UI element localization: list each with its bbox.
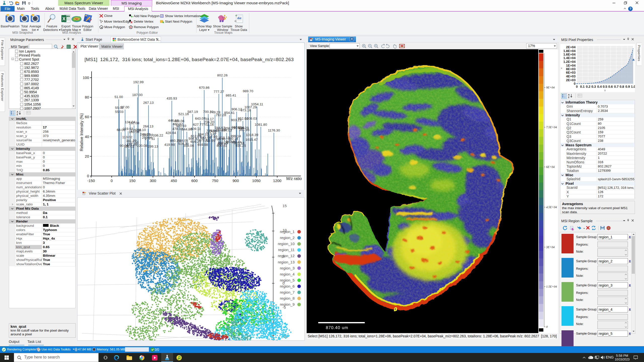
svg-text:961.96: 961.96 bbox=[239, 128, 249, 132]
svg-text:55.03: 55.03 bbox=[115, 110, 124, 114]
svg-text:1.0: 1.0 bbox=[631, 85, 635, 88]
svg-text:0.4: 0.4 bbox=[597, 85, 602, 88]
svg-text:region_10: region_10 bbox=[278, 242, 295, 246]
svg-text:3E+04: 3E+04 bbox=[546, 245, 554, 249]
svg-text:region_7: region_7 bbox=[280, 290, 295, 294]
svg-text:1.8E+04: 1.8E+04 bbox=[563, 49, 576, 53]
svg-text:299.13: 299.13 bbox=[148, 145, 158, 148]
svg-text:1176.30: 1176.30 bbox=[268, 128, 280, 132]
svg-text:900: 900 bbox=[232, 178, 239, 183]
svg-text:6E+03: 6E+03 bbox=[566, 71, 576, 74]
svg-text:region_4: region_4 bbox=[280, 272, 295, 276]
svg-text:region_12: region_12 bbox=[278, 254, 295, 258]
svg-text:M/z ratio: M/z ratio bbox=[286, 176, 302, 181]
svg-text:4.5E+04: 4.5E+04 bbox=[546, 205, 557, 209]
svg-text:899.14: 899.14 bbox=[230, 134, 241, 138]
svg-text:627.77: 627.77 bbox=[193, 123, 203, 126]
svg-text:0.1: 0.1 bbox=[580, 85, 585, 88]
svg-text:935.25: 935.25 bbox=[235, 144, 246, 148]
svg-text:Relative Intensity (%): Relative Intensity (%) bbox=[79, 113, 84, 151]
svg-text:0.8: 0.8 bbox=[620, 85, 624, 88]
svg-text:1.2E+04: 1.2E+04 bbox=[563, 60, 576, 64]
svg-text:2E+04: 2E+04 bbox=[566, 45, 576, 49]
svg-text:802.26: 802.26 bbox=[217, 73, 227, 77]
svg-text:777.27: 777.27 bbox=[214, 90, 224, 94]
svg-text:113.02: 113.02 bbox=[122, 135, 132, 139]
svg-text:435.93: 435.93 bbox=[167, 97, 177, 100]
svg-text:587.19: 587.19 bbox=[187, 110, 198, 114]
svg-text:277.11: 277.11 bbox=[145, 137, 155, 141]
svg-text:region_8: region_8 bbox=[280, 296, 295, 300]
svg-text:267.13: 267.13 bbox=[143, 101, 153, 105]
svg-text:1E+04: 1E+04 bbox=[566, 64, 576, 67]
svg-text:750: 750 bbox=[212, 178, 218, 183]
svg-text:20: 20 bbox=[85, 154, 89, 158]
svg-text:558.06: 558.06 bbox=[183, 144, 194, 148]
svg-text:0: 0 bbox=[574, 82, 576, 85]
svg-text:7.5E+04: 7.5E+04 bbox=[546, 125, 557, 129]
svg-text:1050: 1050 bbox=[252, 178, 260, 183]
svg-text:40: 40 bbox=[85, 134, 89, 139]
svg-text:1018.39: 1018.39 bbox=[246, 133, 258, 137]
svg-text:0.5: 0.5 bbox=[603, 85, 607, 88]
svg-text:6E+04: 6E+04 bbox=[546, 165, 554, 169]
svg-text:419.98: 419.98 bbox=[164, 143, 175, 147]
svg-text:428.04: 428.04 bbox=[166, 131, 176, 135]
svg-text:126.02: 126.02 bbox=[124, 145, 134, 148]
svg-text:80: 80 bbox=[85, 95, 89, 99]
svg-text:187.00: 187.00 bbox=[132, 93, 142, 97]
svg-text:1081.80: 1081.80 bbox=[255, 123, 267, 126]
svg-text:0: 0 bbox=[546, 325, 548, 329]
svg-text:609.11: 609.11 bbox=[191, 127, 201, 131]
svg-text:989.70: 989.70 bbox=[243, 89, 253, 93]
svg-text:Z: Z bbox=[568, 96, 570, 98]
svg-text:A: A bbox=[568, 94, 570, 96]
svg-text:100: 100 bbox=[83, 75, 89, 80]
svg-text:8E+03: 8E+03 bbox=[566, 67, 576, 71]
svg-text:51.00: 51.00 bbox=[114, 95, 123, 99]
svg-text:854.41: 854.41 bbox=[224, 111, 234, 115]
svg-text:region_9: region_9 bbox=[280, 302, 295, 306]
svg-text:region_3: region_3 bbox=[280, 266, 295, 270]
svg-text:600: 600 bbox=[191, 178, 197, 183]
svg-text:>: > bbox=[561, 67, 562, 70]
svg-text:x: x bbox=[605, 89, 606, 92]
svg-text:0.7: 0.7 bbox=[614, 85, 619, 88]
svg-text:300: 300 bbox=[150, 178, 156, 183]
svg-text:0.6: 0.6 bbox=[608, 85, 613, 88]
svg-text:1009.03: 1009.03 bbox=[245, 117, 257, 120]
svg-text:region_1: region_1 bbox=[280, 230, 295, 234]
svg-text:A: A bbox=[17, 111, 18, 113]
svg-text:712.95: 712.95 bbox=[205, 139, 215, 143]
svg-text:region_2: region_2 bbox=[280, 236, 295, 240]
svg-text:0.3: 0.3 bbox=[591, 85, 596, 88]
svg-text:163.08: 163.08 bbox=[129, 130, 139, 134]
svg-text:0: 0 bbox=[87, 174, 89, 178]
svg-text:150: 150 bbox=[129, 178, 135, 183]
svg-text:0: 0 bbox=[576, 85, 578, 88]
svg-text:Z: Z bbox=[17, 113, 18, 115]
svg-text:1.5E+04: 1.5E+04 bbox=[546, 285, 557, 288]
svg-text:1200: 1200 bbox=[273, 178, 281, 183]
svg-text:1054.11: 1054.11 bbox=[251, 102, 263, 106]
svg-text:1.4E+04: 1.4E+04 bbox=[563, 56, 576, 60]
svg-text:220.08: 220.08 bbox=[137, 144, 147, 148]
svg-text:1015.47: 1015.47 bbox=[246, 138, 258, 142]
svg-text:60: 60 bbox=[85, 115, 89, 119]
svg-text:-150: -150 bbox=[87, 178, 95, 183]
svg-text:659.98: 659.98 bbox=[197, 143, 208, 147]
svg-text:478.03: 478.03 bbox=[172, 127, 183, 131]
svg-text:0.2: 0.2 bbox=[586, 85, 590, 88]
svg-text:9E+04: 9E+04 bbox=[546, 86, 554, 89]
svg-text:264.13: 264.13 bbox=[143, 124, 153, 128]
svg-text:4E+03: 4E+03 bbox=[566, 74, 576, 78]
svg-text:region_5: region_5 bbox=[280, 278, 295, 282]
svg-text:162.08: 162.08 bbox=[129, 121, 139, 125]
svg-text:97.00: 97.00 bbox=[121, 105, 129, 109]
svg-text:450: 450 bbox=[171, 178, 177, 183]
svg-text:192.99: 192.99 bbox=[133, 80, 143, 84]
svg-text:region_13: region_13 bbox=[278, 260, 295, 264]
svg-text:865.41: 865.41 bbox=[226, 94, 236, 97]
svg-text:0.9: 0.9 bbox=[625, 85, 630, 88]
svg-text:800.12: 800.12 bbox=[217, 144, 227, 148]
